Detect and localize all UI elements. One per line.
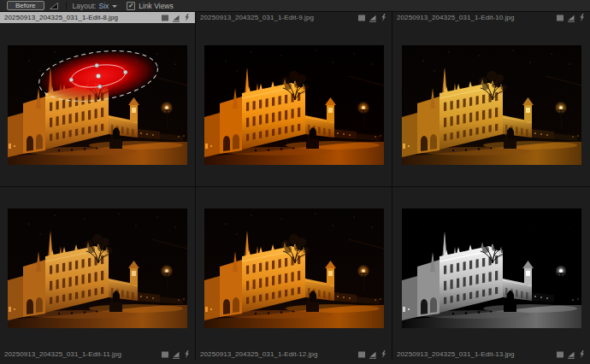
link-views-label: Link Views xyxy=(139,2,173,10)
flash-badge-icon xyxy=(380,349,387,359)
pane-edit-11: 20250913_204325_031_1-Edit-11.jpg xyxy=(0,187,195,360)
photo-area xyxy=(0,187,195,349)
layout-value: Six xyxy=(98,2,109,10)
flash-badge-icon xyxy=(183,349,191,359)
square-badge-icon xyxy=(161,350,169,359)
chevron-down-icon xyxy=(112,5,117,8)
radial-mask-overlay[interactable] xyxy=(8,45,187,165)
pane-filename: 20250913_204325_031_1-Edit-12.jpg xyxy=(200,350,354,358)
pane-filename: 20250913_204325_031_1-Edit-13.jpg xyxy=(397,350,552,358)
pane-label-bar[interactable]: 20250913_204325_031_1-Edit-10.jpg xyxy=(392,12,590,23)
compare-grid: 20250913_204325_031_1-Edit-8.jpg xyxy=(0,12,590,360)
square-badge-icon xyxy=(556,14,564,22)
mask-handle-bottom[interactable] xyxy=(97,84,102,88)
top-toolbar: Before Layout: Six ✓ Link Views xyxy=(0,0,590,12)
flash-badge-icon xyxy=(578,13,586,22)
pane-label-bar[interactable]: 20250913_204325_031_1-Edit-13.jpg xyxy=(392,349,590,360)
mask-handle-top[interactable] xyxy=(95,62,99,67)
link-views-checkbox[interactable]: ✓ xyxy=(127,2,135,10)
pane-filename: 20250913_204325_031_1-Edit-10.jpg xyxy=(397,14,552,21)
square-badge-icon xyxy=(161,14,169,22)
photo-area xyxy=(196,187,392,349)
photo-edit-12[interactable] xyxy=(204,208,384,328)
adjustments-badge-icon xyxy=(567,350,575,359)
photo-edit-8[interactable] xyxy=(8,45,187,165)
adjustments-badge-icon xyxy=(369,14,377,22)
pane-edit-8: 20250913_204325_031_1-Edit-8.jpg xyxy=(0,12,195,186)
before-button[interactable]: Before xyxy=(7,1,44,10)
pane-filename: 20250913_204325_031_1-Edit-9.jpg xyxy=(200,14,354,21)
link-views-toggle[interactable]: ✓ Link Views xyxy=(127,2,173,10)
toolbar-divider xyxy=(66,2,67,10)
swap-before-after-icon[interactable] xyxy=(49,2,59,10)
photo-edit-10[interactable] xyxy=(402,45,581,165)
bottom-strip xyxy=(0,360,590,364)
photo-edit-9[interactable] xyxy=(204,45,384,165)
mask-handle-left[interactable] xyxy=(69,77,74,81)
flash-badge-icon xyxy=(578,349,586,359)
square-badge-icon xyxy=(556,350,564,359)
photo-edit-13[interactable] xyxy=(402,208,581,328)
pane-label-bar[interactable]: 20250913_204325_031_1-Edit-9.jpg xyxy=(196,12,392,23)
square-badge-icon xyxy=(357,350,366,359)
photo-area xyxy=(0,23,195,186)
adjustments-badge-icon xyxy=(369,350,377,359)
pane-label-bar[interactable]: 20250913_204325_031_1-Edit-12.jpg xyxy=(196,349,392,360)
layout-label: Layout: xyxy=(73,2,97,10)
pane-edit-13: 20250913_204325_031_1-Edit-13.jpg xyxy=(392,187,590,360)
pane-label-bar[interactable]: 20250913_204325_031_1-Edit-8.jpg xyxy=(0,12,195,23)
photo-edit-11[interactable] xyxy=(8,208,187,328)
layout-dropdown[interactable]: Layout: Six xyxy=(73,2,118,10)
mask-handle-right[interactable] xyxy=(123,69,127,73)
flash-badge-icon xyxy=(380,13,387,22)
adjustments-badge-icon xyxy=(172,350,180,359)
pane-edit-10: 20250913_204325_031_1-Edit-10.jpg xyxy=(392,12,590,186)
photo-area xyxy=(196,23,392,186)
pane-filename: 20250913_204325_031_1-Edit-8.jpg xyxy=(4,14,157,21)
pane-edit-12: 20250913_204325_031_1-Edit-12.jpg xyxy=(196,187,392,360)
pane-edit-9: 20250913_204325_031_1-Edit-9.jpg xyxy=(196,12,392,186)
photo-area xyxy=(392,187,590,349)
square-badge-icon xyxy=(357,14,366,22)
adjustments-badge-icon xyxy=(172,14,180,22)
flash-badge-icon xyxy=(183,13,191,22)
pane-label-bar[interactable]: 20250913_204325_031_1-Edit-11.jpg xyxy=(0,349,195,360)
adjustments-badge-icon xyxy=(567,14,575,22)
pane-filename: 20250913_204325_031_1-Edit-11.jpg xyxy=(4,350,157,358)
photo-area xyxy=(392,23,590,186)
